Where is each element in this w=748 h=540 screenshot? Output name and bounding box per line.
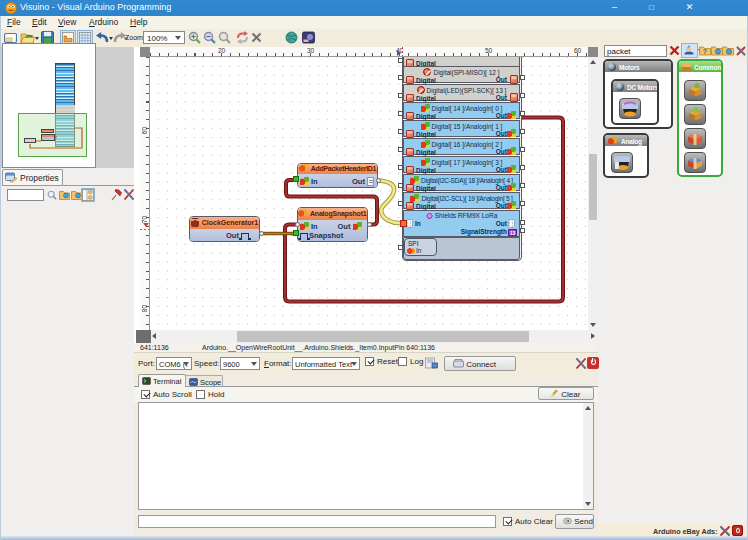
svg-text:?: ? (703, 48, 707, 55)
